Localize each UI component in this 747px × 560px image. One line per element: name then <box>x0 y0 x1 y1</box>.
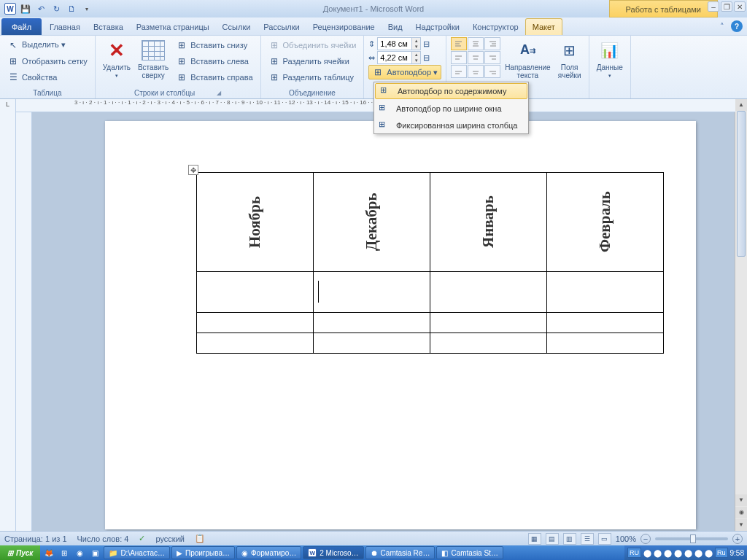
cell-r4c1[interactable] <box>197 333 314 354</box>
tab-home[interactable]: Главная <box>43 18 87 35</box>
save-icon[interactable]: 💾 <box>18 1 33 16</box>
restore-icon[interactable]: ❐ <box>721 1 732 12</box>
cell-r4c3[interactable] <box>430 333 547 354</box>
word-icon[interactable]: W <box>3 1 18 16</box>
quick-launch-1[interactable]: 🦊 <box>42 545 56 560</box>
minimize-icon[interactable]: – <box>708 1 719 12</box>
tray-icon-5[interactable]: ⬤ <box>684 549 692 557</box>
align-ml[interactable] <box>451 51 467 64</box>
fixed-width[interactable]: ⊞Фиксированная ширина столбца <box>374 117 528 133</box>
insert-below-button[interactable]: ⊞Вставить снизу <box>173 37 255 52</box>
zoom-out-button[interactable]: − <box>640 534 651 544</box>
spell-check-icon[interactable]: ✓ <box>139 534 145 543</box>
tray-icon-7[interactable]: ⬤ <box>705 549 713 557</box>
undo-icon[interactable]: ↶ <box>34 1 48 16</box>
cell-r4c4[interactable] <box>547 333 664 354</box>
scroll-up-icon[interactable]: ▲ <box>735 99 747 111</box>
qat-extra-icon[interactable]: 🗋 <box>64 1 79 16</box>
show-grid-button[interactable]: ⊞Отобразить сетку <box>4 53 90 69</box>
tab-table-layout[interactable]: Макет <box>525 18 562 35</box>
col-width-input[interactable]: ▲▼ <box>377 51 421 64</box>
document-table[interactable]: Ноябрь Декабрь Январь Февраль <box>196 172 664 354</box>
tab-mailings[interactable]: Рассылки <box>257 18 306 35</box>
header-dec[interactable]: Декабрь <box>314 173 430 271</box>
split-cells-button[interactable]: ⊞Разделить ячейки <box>266 53 360 69</box>
row-height-input[interactable]: ▲▼ <box>377 37 421 50</box>
align-bl[interactable] <box>451 65 467 78</box>
task-item-3[interactable]: ◉Форматиро… <box>236 546 301 559</box>
cell-r3c2[interactable] <box>314 313 430 333</box>
document-area[interactable]: ✥ Ноябрь Декабрь Январь Февраль <box>32 99 735 531</box>
tray-icon-2[interactable]: ⬤ <box>654 549 662 557</box>
align-tl[interactable] <box>451 37 467 50</box>
start-button[interactable]: ⊞Пуск <box>0 545 40 560</box>
cell-r2c3[interactable] <box>430 272 547 313</box>
tab-design[interactable]: Конструктор <box>466 18 525 35</box>
cell-r2c4[interactable] <box>547 272 664 313</box>
zoom-level[interactable]: 100% <box>616 534 636 543</box>
tray-icon-4[interactable]: ⬤ <box>674 549 682 557</box>
cell-margins-button[interactable]: ⊞Поля ячейки <box>555 37 584 81</box>
insert-left-button[interactable]: ⊞Вставить слева <box>173 53 255 69</box>
align-mr[interactable] <box>484 51 500 64</box>
insert-right-button[interactable]: ⊞Вставить справа <box>173 69 255 85</box>
tray-icon-6[interactable]: ⬤ <box>694 549 703 557</box>
status-insert-icon[interactable]: 📋 <box>195 534 205 543</box>
dist-rows-icon[interactable]: ⊟ <box>423 39 430 49</box>
align-tc[interactable] <box>468 37 484 50</box>
next-page-icon[interactable]: ▼ <box>735 519 747 531</box>
autofit-button[interactable]: ⊞Автоподбор ▾ <box>368 65 441 79</box>
view-draft[interactable]: ▭ <box>598 533 611 545</box>
properties-button[interactable]: ☰Свойства <box>4 69 90 85</box>
task-item-2[interactable]: ▶Проигрыва… <box>171 546 235 559</box>
autofit-contents[interactable]: ⊞Автоподбор по содержимому <box>375 83 527 99</box>
cell-r3c4[interactable] <box>547 313 664 333</box>
scroll-thumb[interactable] <box>737 111 746 257</box>
tray-time[interactable]: 9:58 <box>730 549 744 557</box>
header-nov[interactable]: Ноябрь <box>197 173 313 271</box>
delete-button[interactable]: ✕Удалить▾ <box>100 37 133 80</box>
prev-page-icon[interactable]: ◉ <box>735 507 747 518</box>
tray-lang[interactable]: RU <box>627 548 641 558</box>
task-item-1[interactable]: 📁D:\Анастас… <box>104 546 170 559</box>
view-print-layout[interactable]: ▦ <box>528 533 541 545</box>
close-icon[interactable]: ✕ <box>734 1 746 12</box>
cell-r2c1[interactable] <box>197 272 314 313</box>
cell-r3c3[interactable] <box>430 313 547 333</box>
status-words[interactable]: Число слов: 4 <box>77 534 129 543</box>
tab-selector[interactable]: L <box>0 99 16 531</box>
quick-launch-3[interactable]: ◉ <box>72 545 87 560</box>
qat-dropdown-icon[interactable]: ▾ <box>80 1 94 16</box>
zoom-slider[interactable] <box>655 537 728 540</box>
header-feb[interactable]: Февраль <box>547 173 663 271</box>
align-mc[interactable] <box>468 51 484 64</box>
task-item-6[interactable]: ◧Camtasia St… <box>436 546 503 559</box>
table-move-handle[interactable]: ✥ <box>188 165 198 175</box>
tab-addins[interactable]: Надстройки <box>409 18 466 35</box>
header-jan[interactable]: Январь <box>430 173 546 271</box>
tray-icon-1[interactable]: ⬤ <box>643 549 651 557</box>
tray-icon-3[interactable]: ⬤ <box>664 549 672 557</box>
task-item-4[interactable]: W2 Microso… <box>303 546 363 559</box>
split-table-button[interactable]: ⊞Разделить таблицу <box>266 69 360 85</box>
scroll-down-icon[interactable]: ▼ <box>735 494 747 506</box>
tab-review[interactable]: Рецензирование <box>306 18 382 35</box>
quick-launch-2[interactable]: ⊞ <box>57 545 71 560</box>
cell-r2c2[interactable] <box>314 272 430 313</box>
cell-r3c1[interactable] <box>197 313 314 333</box>
zoom-in-button[interactable]: + <box>732 534 743 544</box>
help-icon[interactable]: ? <box>731 20 743 32</box>
tab-insert[interactable]: Вставка <box>87 18 130 35</box>
select-button[interactable]: ↖Выделить ▾ <box>4 37 90 52</box>
vertical-scrollbar[interactable]: ▲ ▼ ◉ ▼ <box>735 99 747 531</box>
quick-launch-4[interactable]: ▣ <box>88 545 102 560</box>
tab-layout[interactable]: Разметка страницы <box>130 18 216 35</box>
tab-references[interactable]: Ссылки <box>216 18 258 35</box>
dialog-launcher-icon[interactable]: ◢ <box>217 90 221 96</box>
tab-view[interactable]: Вид <box>382 18 409 35</box>
view-outline[interactable]: ☰ <box>581 533 594 545</box>
insert-above-button[interactable]: Вставить сверху <box>135 37 171 81</box>
text-direction-button[interactable]: A⇉Направление текста <box>502 37 553 81</box>
view-web[interactable]: ▥ <box>563 533 576 545</box>
align-br[interactable] <box>484 65 500 78</box>
